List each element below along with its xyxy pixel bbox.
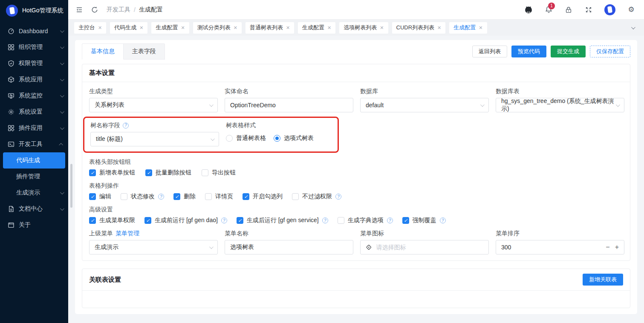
help-icon[interactable] <box>440 217 446 223</box>
collapse-menu-icon[interactable] <box>75 6 84 14</box>
field-tree-style: 树表格样式 普通树表格 选项式树表 <box>226 121 314 146</box>
sidebar-item-plugins[interactable]: 插件应用 <box>0 120 68 136</box>
field-label: 上级菜单 <box>89 230 113 237</box>
tree-name-select[interactable]: title (标题) <box>90 132 219 146</box>
sidebar-item-docs[interactable]: 文档中心 <box>0 201 68 217</box>
plus-button[interactable]: + <box>615 244 619 251</box>
checkbox-export[interactable]: 导出按钮 <box>202 169 236 177</box>
checkbox-edit[interactable]: 编辑 <box>89 193 111 200</box>
github-icon[interactable] <box>524 6 533 14</box>
checkbox-status-edit[interactable]: 状态修改 <box>121 193 164 200</box>
group-header-buttons: 表格头部按钮组 新增表单按钮 批量删除按钮 导出按钮 <box>89 158 623 177</box>
tab-main-fields[interactable]: 主表字段 <box>124 43 165 60</box>
database-select[interactable]: default <box>360 98 489 112</box>
checkbox-run-after[interactable]: 生成后运行 [gf gen service] <box>237 217 328 224</box>
sidebar-subitem-gendemo[interactable]: 生成演示 <box>0 185 68 201</box>
scrollbar-thumb[interactable] <box>70 164 72 208</box>
checkbox-label: 批量删除按钮 <box>156 169 191 177</box>
checkbox-force-overwrite[interactable]: 强制覆盖 <box>402 217 446 224</box>
sidebar-item-sysmonitor[interactable]: 系统监控 <box>0 88 68 104</box>
close-icon[interactable] <box>327 25 331 31</box>
close-icon[interactable] <box>181 25 185 31</box>
add-relation-table-button[interactable]: 新增关联表 <box>583 274 623 286</box>
close-icon[interactable] <box>286 25 290 31</box>
tab-label: 基本信息 <box>91 48 115 55</box>
sidebar-item-permission[interactable]: 权限管理 <box>0 55 68 71</box>
close-icon[interactable] <box>380 25 384 31</box>
help-icon[interactable] <box>123 123 129 129</box>
nav-tab[interactable]: 选项树表列表 <box>339 22 388 34</box>
gen-type-select[interactable]: 关系树列表 <box>89 98 218 112</box>
minus-button[interactable]: − <box>606 244 609 251</box>
close-icon[interactable] <box>139 25 143 31</box>
sidebar-item-devtools[interactable]: 开发工具 <box>0 136 68 152</box>
checkbox-add-form[interactable]: 新增表单按钮 <box>89 169 135 177</box>
app-logo-icon <box>6 5 18 17</box>
close-icon[interactable] <box>479 25 482 31</box>
sidebar-subitem-codegen[interactable]: 代码生成 <box>3 152 65 169</box>
logo[interactable]: HotGo管理系统 <box>0 0 68 21</box>
relation-empty-body <box>82 291 630 308</box>
back-to-list-button[interactable]: 返回列表 <box>472 46 507 57</box>
nav-tab[interactable]: 主控台 <box>74 22 106 34</box>
submit-generate-button[interactable]: 提交生成 <box>551 46 586 57</box>
menu-name-input[interactable] <box>230 244 348 251</box>
help-icon[interactable] <box>158 194 164 200</box>
notification-bell-icon[interactable]: 1 <box>544 6 553 14</box>
close-icon[interactable] <box>234 25 237 31</box>
checkbox-detail-page[interactable]: 详情页 <box>205 193 233 200</box>
checkbox-no-filter-auth[interactable]: 不过滤权限 <box>292 193 341 200</box>
checkbox-label: 生成字典选项 <box>348 217 384 224</box>
nav-tab[interactable]: 生成配置 <box>298 22 335 34</box>
help-icon[interactable] <box>387 217 393 223</box>
nav-tab[interactable]: CUDR列表列表 <box>392 22 446 34</box>
database-table-select[interactable]: hg_sys_gen_tree_demo (系统_生成树表演示) <box>496 98 624 112</box>
avatar[interactable] <box>604 4 615 15</box>
sidebar-item-dashboard[interactable]: Dashboard <box>0 23 68 39</box>
checkbox-gen-menu-auth[interactable]: 生成菜单权限 <box>89 217 135 224</box>
help-icon[interactable] <box>322 217 328 223</box>
checkbox-delete[interactable]: 删除 <box>173 193 196 200</box>
sidebar-item-sysapp[interactable]: 系统应用 <box>0 71 68 88</box>
nav-tab-active[interactable]: 生成配置 <box>449 22 487 34</box>
radio-selected-icon <box>274 135 280 142</box>
card-header: 基本信息 主表字段 返回列表 预览代码 提交生成 仅保存配置 <box>82 43 630 60</box>
checkbox-run-before[interactable]: 生成前运行 [gf gen dao] <box>144 217 227 224</box>
checkbox-batch-delete[interactable]: 批量删除按钮 <box>145 169 191 177</box>
save-config-only-button[interactable]: 仅保存配置 <box>590 46 630 57</box>
parent-menu-select[interactable]: 生成演示 <box>89 240 218 254</box>
close-icon[interactable] <box>98 25 102 31</box>
tab-list-dropdown[interactable] <box>627 26 638 29</box>
menu-icon-input[interactable] <box>376 244 483 251</box>
fullscreen-icon[interactable] <box>584 6 593 14</box>
checkbox-dict-options[interactable]: 生成字典选项 <box>338 217 393 224</box>
help-icon[interactable] <box>221 217 227 223</box>
aim-diamond-icon[interactable] <box>366 244 372 251</box>
menu-sort-value[interactable]: 300 <box>501 244 606 251</box>
sidebar-item-org[interactable]: 组织管理 <box>0 39 68 55</box>
help-icon[interactable] <box>335 194 341 200</box>
sidebar-item-syssettings[interactable]: 系统设置 <box>0 104 68 120</box>
close-icon[interactable] <box>437 25 441 31</box>
sidebar-item-label: 组织管理 <box>19 43 56 51</box>
tab-basic-info[interactable]: 基本信息 <box>82 43 124 60</box>
nav-tab[interactable]: 测试分类列表 <box>193 22 242 34</box>
field-label: 树表格样式 <box>226 121 314 129</box>
preview-code-button[interactable]: 预览代码 <box>511 46 546 57</box>
config-card: 基本信息 主表字段 返回列表 预览代码 提交生成 仅保存配置 基本设置 <box>75 40 637 314</box>
nav-tab[interactable]: 生成配置 <box>151 22 189 34</box>
nav-tab[interactable]: 代码生成 <box>110 22 147 34</box>
refresh-icon[interactable] <box>90 6 99 14</box>
sidebar-item-about[interactable]: 关于 <box>0 217 68 233</box>
checkbox-icon <box>292 193 299 200</box>
sidebar-subitem-pluginmanage[interactable]: 插件管理 <box>0 169 68 185</box>
radio-option-tree[interactable]: 选项式树表 <box>274 134 314 142</box>
nav-tab[interactable]: 普通树表列表 <box>245 22 294 34</box>
checkbox-check-column[interactable]: 开启勾选列 <box>243 193 283 200</box>
menu-manage-link[interactable]: 菜单管理 <box>116 230 139 237</box>
breadcrumb-parent[interactable]: 开发工具 <box>107 6 130 14</box>
settings-gear-icon[interactable]: ⚙ <box>627 6 635 14</box>
radio-normal-tree[interactable]: 普通树表格 <box>226 134 266 142</box>
lock-icon[interactable] <box>564 6 573 14</box>
entity-name-input[interactable] <box>230 102 348 109</box>
